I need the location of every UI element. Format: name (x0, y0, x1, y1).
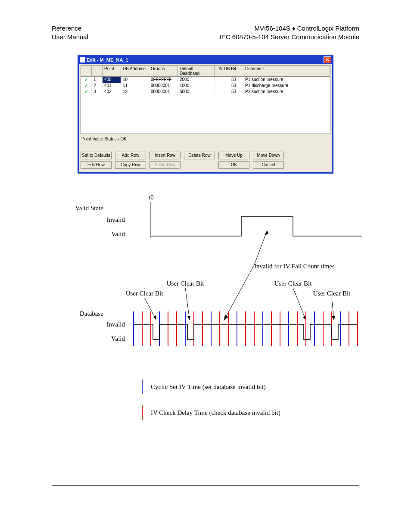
svg-line-9 (293, 288, 306, 320)
user-clear-bit-label: User Clear Bit (167, 280, 204, 287)
check-icon: ✓ (84, 83, 88, 88)
invalid-label-top: Invalid (107, 216, 125, 223)
user-clear-bit-label: User Clear Bit (126, 290, 163, 297)
svg-marker-8 (187, 316, 190, 320)
edit-icon (80, 57, 85, 62)
svg-marker-4 (224, 315, 228, 320)
invalid-for-label: Invalid for IV Fail Count times (254, 263, 335, 270)
data-grid[interactable]: Point DB Address Groups Default Deadband… (81, 65, 330, 134)
col-header-db: DB Address (121, 66, 149, 77)
header-left-line2: User Manual (52, 33, 88, 41)
header-left-line1: Reference (52, 24, 88, 33)
close-icon[interactable]: ✕ (324, 56, 331, 63)
edit-row-button[interactable]: Edit Row (81, 161, 112, 169)
dialog-title: Edit - M_ME_NA_1 (87, 57, 324, 62)
status-text: Point Value Status - OK (81, 134, 330, 152)
valid-label-bottom: Valid (111, 335, 125, 342)
col-header-iv: IV DB Bit (215, 66, 238, 77)
user-clear-bit-label: User Clear Bit (274, 280, 312, 287)
paste-row-button[interactable]: Paste Row (149, 161, 181, 169)
col-header-point: Point (103, 66, 121, 77)
insert-row-button[interactable]: Insert Row (149, 152, 181, 159)
valid-label-top: Valid (111, 230, 125, 237)
grid-header-row: Point DB Address Groups Default Deadband… (81, 66, 330, 77)
database-label: Database (80, 310, 103, 317)
user-clear-bit-label: User Clear Bit (313, 290, 351, 297)
svg-line-7 (185, 288, 190, 320)
t0-label: t0 (149, 194, 154, 201)
col-header-groups: Groups (149, 66, 178, 77)
table-row[interactable]: ✓1400100FFFFFFF200053P1 suction pressure (81, 77, 330, 83)
legend-blue-label: Cyclic Set IV Time (set database invalid… (151, 383, 266, 391)
table-row[interactable]: ✓24011100000001100053P1 discharge pressu… (81, 83, 330, 89)
table-row[interactable]: ✓34021200000001500053P2 suction pressure (81, 89, 330, 95)
svg-marker-6 (153, 315, 156, 320)
valid-state-label: Valid State (75, 205, 104, 212)
copy-row-button[interactable]: Copy Row (115, 161, 146, 169)
invalid-label-bottom: Invalid (107, 321, 125, 328)
set-defaults-button[interactable]: Set to Defaults (81, 152, 112, 159)
move-up-button[interactable]: Move Up (218, 152, 249, 159)
header-right-line1: MVI56-104S ♦ ControlLogix Platform (220, 24, 359, 33)
footer-rule (52, 485, 359, 486)
svg-marker-2 (265, 230, 268, 235)
col-header-deadband: Default Deadband (178, 66, 215, 77)
check-icon: ✓ (84, 77, 88, 82)
move-down-button[interactable]: Move Down (253, 152, 284, 159)
header-right-line2: IEC 60870-5-104 Server Communication Mod… (220, 33, 359, 41)
col-header-comment: Comment (238, 66, 330, 77)
page-header: Reference User Manual MVI56-104S ♦ Contr… (52, 24, 359, 42)
edit-dialog: Edit - M_ME_NA_1 ✕ Point DB Address Grou… (78, 55, 333, 174)
svg-line-1 (254, 230, 267, 265)
dialog-titlebar: Edit - M_ME_NA_1 ✕ (79, 56, 332, 64)
timing-diagram: t0 Valid State Invalid Valid Invalid for… (69, 191, 342, 460)
legend-red-label: IV Check Delay Time (check database inva… (151, 409, 280, 417)
add-row-button[interactable]: Add Row (115, 152, 146, 159)
svg-marker-12 (332, 316, 335, 320)
cancel-button[interactable]: Cancel (253, 161, 284, 169)
ok-button[interactable]: OK (218, 161, 249, 169)
check-icon: ✓ (84, 89, 88, 94)
delete-row-button[interactable]: Delete Row (184, 152, 215, 159)
